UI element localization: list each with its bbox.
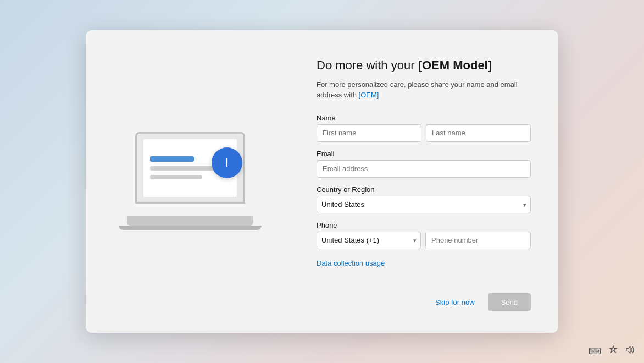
- laptop-bottom: [119, 226, 262, 230]
- first-name-input[interactable]: [317, 124, 421, 142]
- volume-icon[interactable]: [625, 345, 635, 356]
- email-input[interactable]: [317, 160, 531, 178]
- send-button[interactable]: Send: [488, 293, 531, 311]
- taskbar-icons: ⌨: [589, 345, 635, 356]
- screen-bar-2: [150, 175, 202, 179]
- phone-number-input[interactable]: [425, 232, 531, 249]
- last-name-input[interactable]: [426, 124, 531, 142]
- name-field-group: Name: [317, 114, 531, 142]
- phone-label: Phone: [317, 221, 531, 229]
- email-label: Email: [317, 150, 531, 158]
- laptop-base: [127, 216, 253, 226]
- phone-input-row: United States (+1) United Kingdom (+44) …: [317, 232, 531, 249]
- country-select[interactable]: United States United Kingdom Canada Aust…: [317, 196, 531, 213]
- country-field-group: Country or Region United States United K…: [317, 185, 531, 213]
- name-label: Name: [317, 114, 531, 122]
- phone-country-wrapper: United States (+1) United Kingdom (+44) …: [317, 232, 421, 249]
- dialog-title: Do more with your [OEM Model]: [317, 58, 531, 74]
- country-select-wrapper: United States United Kingdom Canada Aust…: [317, 196, 531, 213]
- illustration-panel: I: [86, 30, 295, 333]
- laptop-illustration: I: [127, 132, 253, 242]
- chat-bubble-icon: I: [212, 147, 242, 178]
- screen-bar-1: [150, 166, 216, 170]
- phone-country-select[interactable]: United States (+1) United Kingdom (+44) …: [317, 232, 421, 249]
- footer-buttons: Skip for now Send: [317, 293, 531, 311]
- main-dialog: I Do more with your [OEM Model] For more…: [86, 30, 558, 333]
- keyboard-icon[interactable]: ⌨: [589, 346, 601, 356]
- screen-bar-blue: [150, 156, 194, 162]
- data-collection-link[interactable]: Data collection usage: [317, 259, 531, 267]
- country-label: Country or Region: [317, 185, 531, 194]
- oem-link[interactable]: [OEM]: [359, 91, 379, 99]
- phone-number-wrapper: [425, 232, 531, 249]
- dialog-subtitle: For more personalized care, please share…: [317, 79, 531, 101]
- form-panel: Do more with your [OEM Model] For more p…: [295, 30, 558, 333]
- name-input-row: [317, 124, 531, 142]
- phone-field-group: Phone United States (+1) United Kingdom …: [317, 221, 531, 249]
- form: Name Email Country or Region United Stat…: [317, 114, 531, 282]
- skip-button[interactable]: Skip for now: [429, 295, 481, 310]
- tools-icon[interactable]: [609, 345, 618, 356]
- email-field-group: Email: [317, 150, 531, 178]
